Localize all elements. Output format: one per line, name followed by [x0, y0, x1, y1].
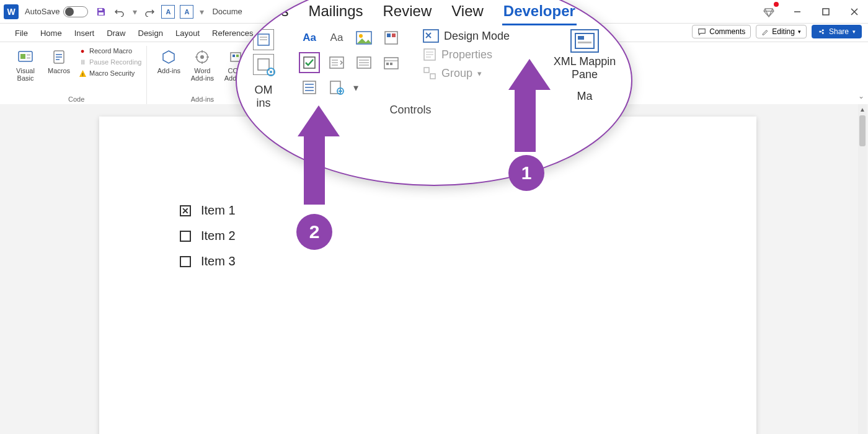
ribbon-group-code: Visual Basic Macros ● Record Macro ⏸ Pau…	[6, 46, 147, 104]
vertical-scrollbar[interactable]: ▲	[858, 104, 867, 434]
list-item-label: Item 1	[201, 203, 236, 218]
ribbon-group-partial	[258, 46, 284, 104]
editing-label: Editing	[772, 27, 795, 36]
tab-home[interactable]: Home	[34, 25, 68, 42]
svg-rect-14	[232, 55, 235, 57]
list-item[interactable]: Item 3	[180, 254, 756, 268]
macros-button[interactable]: Macros	[43, 46, 74, 77]
ribbon-collapse-icon[interactable]: ⌄	[858, 92, 864, 100]
visual-basic-icon	[17, 48, 34, 66]
visual-basic-label: Visual Basic	[11, 67, 40, 82]
svg-rect-6	[27, 54, 30, 56]
document-title: Docume	[212, 7, 242, 16]
svg-rect-0	[99, 9, 102, 11]
quick-access-toolbar: ▾ A A ▾	[94, 5, 205, 19]
macro-security-label: Macro Security	[89, 69, 135, 77]
record-icon: ●	[78, 46, 87, 55]
word-addins-icon	[193, 48, 211, 66]
list-item-label: Item 2	[201, 229, 236, 243]
pause-recording-label: Pause Recording	[89, 58, 141, 66]
autosave-label: AutoSave	[25, 7, 60, 16]
svg-rect-5	[20, 54, 25, 59]
workspace: Item 1 Item 2 Item 3 ▲	[0, 104, 868, 434]
svg-rect-7	[27, 57, 30, 59]
comments-label: Comments	[709, 27, 745, 36]
undo-icon[interactable]	[113, 5, 126, 19]
title-bar: W AutoSave ▾ A A ▾ Docume	[0, 0, 868, 24]
word-addins-label: Word Add-ins	[188, 67, 216, 82]
addins-icon	[160, 48, 177, 66]
com-addins-button[interactable]: COM Add-ins	[220, 46, 251, 84]
svg-point-12	[200, 55, 204, 59]
com-addins-label: COM Add-ins	[221, 67, 250, 82]
ribbon-developer: Visual Basic Macros ● Record Macro ⏸ Pau…	[0, 42, 868, 104]
scrollbar-thumb[interactable]	[859, 115, 866, 146]
addins-button[interactable]: Add-ins	[153, 46, 184, 77]
list-item[interactable]: Item 2	[180, 229, 756, 243]
scroll-up-icon[interactable]: ▲	[858, 104, 867, 114]
qat-dropdown-icon[interactable]: ▾	[198, 5, 205, 19]
svg-rect-3	[823, 9, 829, 15]
tab-references[interactable]: References	[206, 25, 259, 42]
tab-layout[interactable]: Layout	[169, 25, 206, 42]
addins-group-label: Add-ins	[191, 95, 214, 104]
autosave-toggle[interactable]	[63, 6, 88, 17]
minimize-button[interactable]	[789, 3, 806, 20]
macro-security-button[interactable]: ! Macro Security	[77, 68, 143, 78]
ribbon-tabs: File Home Insert Draw Design Layout Refe…	[0, 24, 868, 42]
redo-icon[interactable]	[143, 5, 156, 19]
ribbon-group-addins: Add-ins Word Add-ins COM Add-ins Add-ins	[149, 46, 255, 104]
warning-icon: !	[78, 69, 87, 78]
tab-insert[interactable]: Insert	[68, 25, 101, 42]
pause-icon: ⏸	[78, 58, 87, 66]
pause-recording-button: ⏸ Pause Recording	[77, 57, 143, 67]
save-icon[interactable]	[94, 5, 108, 19]
macros-icon	[50, 48, 68, 66]
record-macro-button[interactable]: ● Record Macro	[77, 46, 143, 56]
svg-marker-10	[163, 51, 174, 63]
tab-draw[interactable]: Draw	[100, 25, 131, 42]
notification-dot-icon	[774, 2, 779, 7]
checkbox-checked-icon[interactable]	[180, 205, 191, 216]
checkbox-unchecked-icon[interactable]	[180, 256, 191, 267]
code-group-label: Code	[68, 95, 84, 104]
record-macro-label: Record Macro	[89, 47, 132, 55]
list-item-label: Item 3	[201, 254, 236, 268]
text-box-a2-icon[interactable]: A	[180, 5, 193, 19]
share-button[interactable]: Share ▾	[812, 25, 862, 38]
close-button[interactable]	[846, 3, 863, 20]
word-logo-icon: W	[4, 4, 19, 19]
diamond-premium-icon[interactable]	[760, 3, 777, 20]
word-addins-button[interactable]: Word Add-ins	[187, 46, 218, 84]
svg-rect-13	[231, 53, 241, 61]
com-addins-icon	[227, 48, 244, 66]
checkbox-unchecked-icon[interactable]	[180, 231, 191, 242]
text-box-a-icon[interactable]: A	[161, 5, 175, 19]
share-label: Share	[829, 27, 849, 36]
visual-basic-button[interactable]: Visual Basic	[10, 46, 41, 84]
svg-text:!: !	[82, 72, 83, 78]
tab-file[interactable]: File	[9, 25, 34, 42]
document-page[interactable]: Item 1 Item 2 Item 3	[99, 117, 756, 434]
add-ins-label: Add-ins	[157, 67, 180, 74]
undo-dropdown-icon[interactable]: ▾	[131, 5, 138, 19]
editing-mode-button[interactable]: Editing ▾	[756, 25, 807, 38]
svg-rect-15	[236, 55, 239, 57]
svg-rect-1	[99, 12, 104, 15]
partial-button[interactable]	[262, 46, 280, 68]
form-icon	[262, 48, 280, 66]
macros-label: Macros	[48, 67, 70, 74]
maximize-button[interactable]	[817, 3, 835, 20]
list-item[interactable]: Item 1	[180, 203, 756, 218]
comments-button[interactable]: Comments	[692, 25, 751, 38]
tab-design[interactable]: Design	[132, 25, 169, 42]
